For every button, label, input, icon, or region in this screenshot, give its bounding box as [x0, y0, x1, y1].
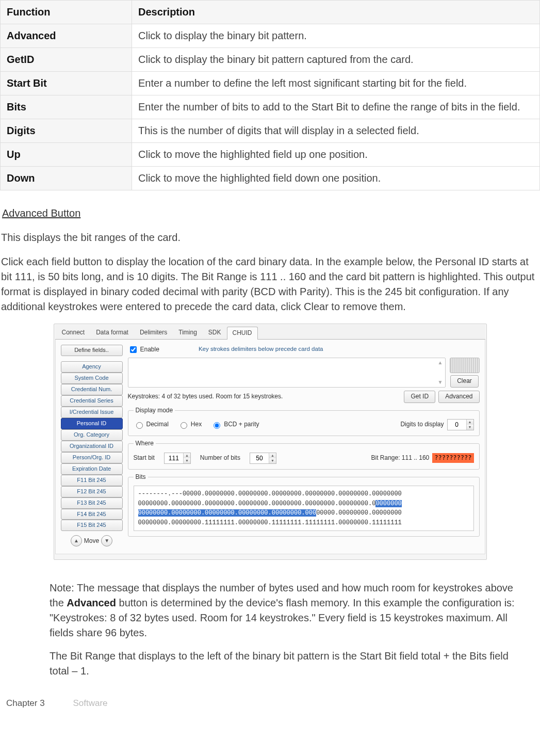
tab-sdk[interactable]: SDK [203, 326, 227, 339]
keyboard-icon [450, 358, 480, 373]
get-id-button[interactable]: Get ID [404, 391, 435, 403]
tab-strip: ConnectData formatDelimitersTimingSDKCHU… [55, 325, 485, 340]
define-fields-button[interactable]: Define fields.. [61, 345, 123, 356]
page-footer: Chapter 3 Software [0, 687, 540, 715]
radio-hex[interactable]: Hex [178, 420, 202, 429]
table-row: DigitsThis is the number of digits that … [1, 119, 540, 143]
field-button-person-org-id[interactable]: Person/Org. ID [61, 452, 123, 463]
section-p2: Click each field button to display the l… [1, 254, 539, 314]
field-button-f15-bit-245[interactable]: F15 Bit 245 [61, 520, 123, 531]
field-button-credential-series[interactable]: Credential Series [61, 395, 123, 407]
field-button-agency[interactable]: Agency [61, 361, 123, 373]
spin-up-icon[interactable]: ▲ [269, 453, 276, 458]
radio-decimal[interactable]: Decimal [134, 420, 169, 429]
description-cell: Enter the number of bits to add to the S… [132, 95, 540, 119]
tab-delimiters[interactable]: Delimiters [134, 326, 173, 339]
col-function: Function [1, 1, 132, 24]
field-button-personal-id[interactable]: Personal ID [61, 418, 123, 429]
section-p1: This displays the bit ranges of the card… [1, 230, 539, 245]
bit-range-label: Bit Range: 111 .. 160 [371, 454, 430, 462]
bits-group: Bits --------.---00000.00000000.00000000… [128, 473, 480, 537]
move-down-icon[interactable]: ▼ [101, 535, 112, 546]
description-cell: Click to display the binary bit pattern … [132, 48, 540, 72]
nbits-spinner[interactable]: ▲▼ [250, 453, 276, 464]
enable-checkbox-input[interactable] [130, 346, 137, 353]
field-button-f13-bit-245[interactable]: F13 Bit 245 [61, 497, 123, 509]
chuid-dialog: ConnectData formatDelimitersTimingSDKCHU… [54, 324, 487, 560]
field-button-org-category[interactable]: Org. Category [61, 429, 123, 441]
keystroke-area[interactable]: ▲ ▼ [128, 358, 446, 388]
display-mode-group: Display mode DecimalHexBCD + parity Digi… [128, 406, 480, 436]
table-row: DownClick to move the highlighted field … [1, 167, 540, 190]
start-bit-input[interactable] [165, 455, 183, 462]
field-button-expiration-date[interactable]: Expiration Date [61, 463, 123, 475]
function-cell: Up [1, 143, 132, 167]
move-label: Move [84, 537, 99, 545]
digits-label: Digits to display [400, 420, 444, 429]
function-cell: Down [1, 167, 132, 190]
table-row: AdvancedClick to display the binary bit … [1, 24, 540, 48]
bits-display: --------.---00000.00000000.00000000.0000… [134, 486, 474, 531]
function-table: Function Description AdvancedClick to di… [0, 0, 540, 190]
advanced-button[interactable]: Advanced [438, 391, 479, 403]
function-cell: GetID [1, 48, 132, 72]
table-row: UpClick to move the highlighted field up… [1, 143, 540, 167]
radio-bcd-parity[interactable]: BCD + parity [211, 420, 259, 429]
spin-up-icon[interactable]: ▲ [466, 420, 473, 425]
keystrokes-status: Keystrokes: 4 of 32 bytes used. Room for… [128, 392, 283, 401]
function-cell: Bits [1, 95, 132, 119]
start-bit-spinner[interactable]: ▲▼ [164, 453, 191, 464]
digits-input[interactable] [448, 421, 466, 428]
tab-connect[interactable]: Connect [56, 326, 91, 339]
table-row: BitsEnter the number of bits to add to t… [1, 95, 540, 119]
advanced-button-heading: Advanced Button [2, 206, 540, 221]
start-bit-label: Start bit [134, 454, 155, 462]
function-cell: Start Bit [1, 72, 132, 95]
spin-down-icon[interactable]: ▼ [466, 425, 473, 430]
description-cell: Enter a number to define the left most s… [132, 72, 540, 95]
scroll-down-icon[interactable]: ▼ [130, 379, 443, 387]
digits-spinner[interactable]: ▲▼ [447, 419, 474, 430]
field-button-f12-bit-245[interactable]: F12 Bit 245 [61, 486, 123, 497]
note-2: The Bit Range that displays to the left … [50, 649, 515, 679]
field-button-f11-bit-245[interactable]: F11 Bit 245 [61, 475, 123, 486]
tab-timing[interactable]: Timing [173, 326, 203, 339]
field-button-organizational-id[interactable]: Organizational ID [61, 441, 123, 452]
field-button-f14-bit-245[interactable]: F14 Bit 245 [61, 509, 123, 520]
function-cell: Digits [1, 119, 132, 143]
bit-range-qmarks: ?????????? [432, 453, 473, 463]
description-cell: Click to move the highlighted field down… [132, 167, 540, 190]
spin-down-icon[interactable]: ▼ [269, 458, 276, 463]
note-1: Note: The message that displays the numb… [50, 581, 515, 640]
tab-chuid[interactable]: CHUID [227, 327, 258, 340]
field-button-system-code[interactable]: System Code [61, 373, 123, 384]
col-description: Description [132, 1, 540, 24]
table-row: Start BitEnter a number to define the le… [1, 72, 540, 95]
field-button-credential-num-[interactable]: Credential Num. [61, 384, 123, 395]
function-cell: Advanced [1, 24, 132, 48]
nbits-label: Number of bits [200, 454, 240, 462]
where-group: Where Start bit ▲▼ Number of bits ▲▼ [128, 439, 480, 469]
description-cell: This is the number of digits that will d… [132, 119, 540, 143]
description-cell: Click to display the binary bit pattern. [132, 24, 540, 48]
nbits-input[interactable] [250, 455, 269, 462]
precede-note: Key strokes delimiters below precede car… [199, 345, 323, 353]
table-row: GetIDClick to display the binary bit pat… [1, 48, 540, 72]
move-up-icon[interactable]: ▲ [71, 535, 82, 546]
spin-down-icon[interactable]: ▼ [183, 458, 190, 463]
footer-chapter: Chapter 3 [6, 698, 45, 708]
footer-section: Software [73, 698, 107, 708]
enable-checkbox[interactable]: Enable [128, 345, 159, 355]
spin-up-icon[interactable]: ▲ [183, 453, 190, 458]
clear-button[interactable]: Clear [450, 375, 479, 387]
description-cell: Click to move the highlighted field up o… [132, 143, 540, 167]
scroll-up-icon[interactable]: ▲ [130, 359, 443, 367]
field-button-i-credential-issue[interactable]: I/Credential Issue [61, 407, 123, 418]
tab-data-format[interactable]: Data format [90, 326, 134, 339]
